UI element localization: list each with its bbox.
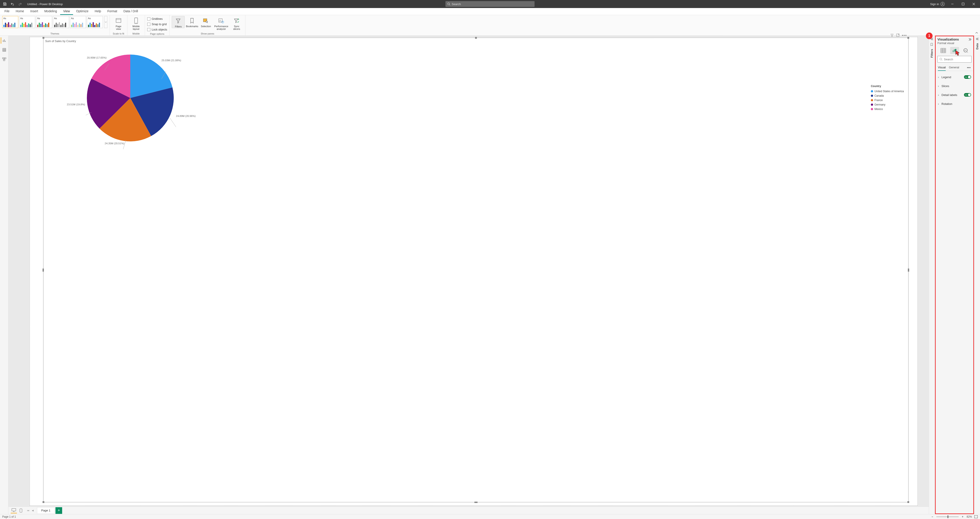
ribbon-group-themes: Aa Aa Aa Aa Aa Aa Themes xyxy=(0,15,110,35)
fit-to-page-button[interactable] xyxy=(974,515,978,518)
page-info: Page 1 of 1 xyxy=(2,515,16,518)
signin-button[interactable]: Sign in xyxy=(929,2,946,6)
detail-labels-toggle[interactable]: On xyxy=(964,93,971,97)
table-icon xyxy=(2,48,6,52)
visual-title: Sum of Sales by Country xyxy=(45,40,76,43)
desktop-layout-button[interactable] xyxy=(11,508,17,513)
add-page-button[interactable]: + xyxy=(56,507,62,514)
mobile-layout-toggle[interactable] xyxy=(18,508,24,513)
report-canvas[interactable]: ••• Sum of Sales by Country xyxy=(30,37,918,506)
checkbox-icon xyxy=(147,17,150,21)
analytics-mode-button[interactable] xyxy=(961,47,970,54)
model-view-button[interactable] xyxy=(1,56,7,62)
mobile-layout-button[interactable]: Mobile layout xyxy=(130,16,143,30)
tab-data-drill[interactable]: Data / Drill xyxy=(120,8,141,15)
lock-objects-checkbox[interactable]: Lock objects xyxy=(147,27,167,32)
chevron-right-icon: › xyxy=(938,76,942,79)
zoom-in-button[interactable]: + xyxy=(961,515,964,518)
legend-item[interactable]: United States of America xyxy=(871,89,904,94)
tab-optimize[interactable]: Optimize xyxy=(73,8,92,15)
maximize-icon xyxy=(962,3,964,5)
format-tab-general[interactable]: General xyxy=(949,64,959,71)
selection-icon xyxy=(203,18,209,23)
scale-label: Scale to fit xyxy=(112,32,125,35)
format-card-rotation[interactable]: › Rotation xyxy=(937,100,972,108)
legend: Country United States of AmericaCanadaFr… xyxy=(871,85,904,111)
undo-button[interactable] xyxy=(10,2,15,7)
tab-format[interactable]: Format xyxy=(104,8,120,15)
theme-thumb-5[interactable]: Aa xyxy=(70,16,86,28)
gridlines-checkbox[interactable]: Gridlines xyxy=(147,16,167,21)
tab-view[interactable]: View xyxy=(60,8,73,15)
resize-handle[interactable] xyxy=(907,37,909,39)
performance-analyzer-button[interactable]: Performance analyzer xyxy=(213,16,229,30)
zoom-out-button[interactable]: − xyxy=(931,515,934,518)
resize-handle[interactable] xyxy=(475,37,477,39)
build-visual-mode-button[interactable] xyxy=(939,47,948,54)
chevron-right-double-icon xyxy=(969,38,972,41)
zoom-slider[interactable] xyxy=(936,516,959,517)
close-button[interactable] xyxy=(969,0,978,8)
tab-insert[interactable]: Insert xyxy=(27,8,41,15)
prev-page-button[interactable]: ◀ xyxy=(31,508,35,513)
resize-handle[interactable] xyxy=(43,268,44,271)
sync-slicers-icon xyxy=(234,18,239,23)
redo-button[interactable] xyxy=(18,2,23,7)
format-card-legend[interactable]: › Legend On xyxy=(937,73,972,81)
legend-toggle[interactable]: On xyxy=(964,75,971,79)
snap-to-grid-checkbox[interactable]: Snap to grid xyxy=(147,22,167,27)
format-brush-icon xyxy=(952,48,957,53)
resize-handle[interactable] xyxy=(908,268,909,271)
themes-dropdown[interactable] xyxy=(104,16,107,28)
svg-rect-12 xyxy=(5,58,6,59)
ribbon-group-scale: Page view Scale to fit xyxy=(110,15,127,35)
resize-handle[interactable] xyxy=(43,501,45,503)
tab-help[interactable]: Help xyxy=(92,8,104,15)
theme-thumb-3[interactable]: Aa xyxy=(36,16,52,28)
maximize-button[interactable] xyxy=(959,0,967,8)
theme-thumb-6[interactable]: Aa xyxy=(87,16,103,28)
visual-focus-button[interactable] xyxy=(896,33,900,37)
tab-file[interactable]: File xyxy=(2,8,13,15)
tab-home[interactable]: Home xyxy=(13,8,27,15)
visual-filter-button[interactable] xyxy=(890,33,894,37)
global-search[interactable]: Search xyxy=(445,1,535,7)
bookmarks-pane-button[interactable]: Bookmarks xyxy=(186,16,199,28)
report-view-button[interactable] xyxy=(1,37,7,44)
left-nav-rail xyxy=(0,36,8,514)
theme-thumb-4[interactable]: Aa xyxy=(53,16,69,28)
pie-chart-visual[interactable]: ••• Sum of Sales by Country xyxy=(43,38,908,502)
page-tab-1[interactable]: Page 1 xyxy=(37,507,54,514)
format-search-input[interactable]: Search xyxy=(937,56,972,63)
page-view-button[interactable]: Page view xyxy=(112,16,125,30)
expand-data-button[interactable] xyxy=(976,37,979,41)
minimize-button[interactable] xyxy=(948,0,957,8)
tab-modeling[interactable]: Modeling xyxy=(41,8,60,15)
selection-pane-button[interactable]: Selection xyxy=(199,16,212,28)
collapse-visualizations-button[interactable] xyxy=(969,38,972,41)
filters-pane-button[interactable]: Filters xyxy=(172,16,185,28)
legend-item[interactable]: France xyxy=(871,98,904,102)
format-card-slices[interactable]: › Slices xyxy=(937,82,972,90)
format-visual-mode-button[interactable] xyxy=(950,47,959,54)
resize-handle[interactable] xyxy=(43,37,45,39)
resize-handle[interactable] xyxy=(474,502,477,503)
svg-point-2 xyxy=(942,3,943,4)
first-page-button[interactable]: ⏮ xyxy=(26,508,30,513)
format-tab-more[interactable]: ••• xyxy=(967,66,971,70)
mobile-icon xyxy=(20,508,22,513)
search-icon xyxy=(939,58,943,61)
legend-item[interactable]: Canada xyxy=(871,94,904,98)
save-button[interactable] xyxy=(2,2,8,7)
resize-handle[interactable] xyxy=(907,501,909,503)
theme-thumb-1[interactable]: Aa xyxy=(2,16,18,28)
theme-thumb-2[interactable]: Aa xyxy=(19,16,35,28)
sync-slicers-button[interactable]: Sync slicers xyxy=(230,16,243,30)
data-view-button[interactable] xyxy=(1,47,7,53)
legend-item[interactable]: Mexico xyxy=(871,107,904,111)
collapse-ribbon-button[interactable] xyxy=(975,32,978,35)
format-card-detail-labels[interactable]: › Detail labels On xyxy=(937,90,972,99)
visual-more-button[interactable]: ••• xyxy=(902,33,907,37)
legend-item[interactable]: Germany xyxy=(871,102,904,107)
format-tab-visual[interactable]: Visual xyxy=(938,64,946,71)
